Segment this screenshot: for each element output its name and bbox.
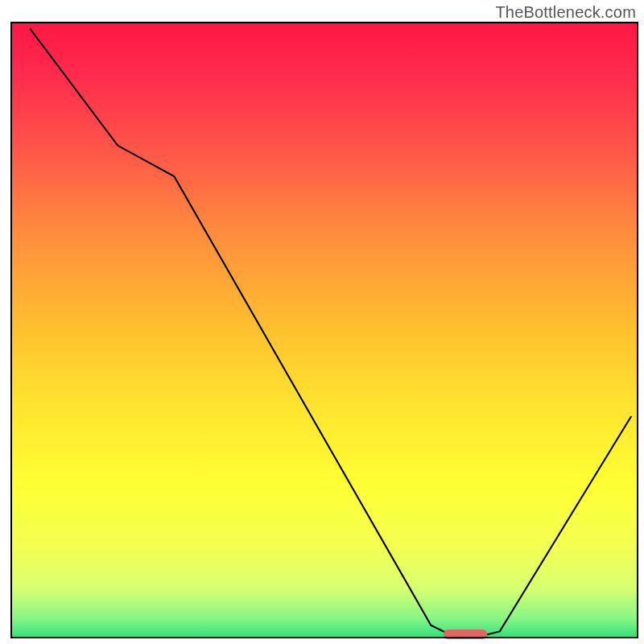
watermark-text: TheBottleneck.com	[495, 3, 636, 22]
chart-container: TheBottleneck.com	[0, 0, 644, 644]
bottleneck-chart	[0, 0, 644, 644]
plot-background	[11, 23, 638, 638]
